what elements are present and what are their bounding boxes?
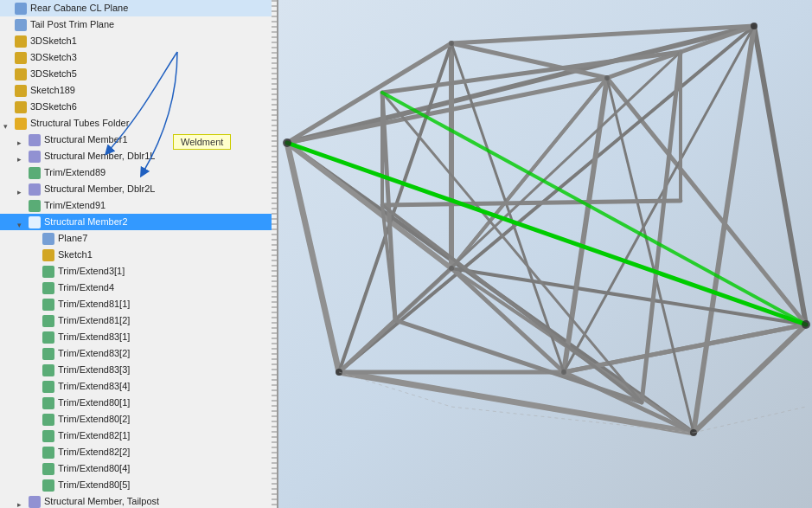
tree-item-trim-extend83-2[interactable]: Trim/Extend83[2] (0, 345, 277, 362)
expand-arrow[interactable] (31, 481, 40, 490)
expand-arrow[interactable] (31, 350, 40, 358)
svg-rect-11 (29, 183, 41, 196)
item-label-trim-extend81-2: Trim/Extend81[2] (58, 313, 130, 328)
expand-arrow[interactable] (31, 366, 40, 375)
tree-item-structural-member-dblr2l[interactable]: ▸Structural Member, Dblr2L (0, 181, 277, 197)
tree-item-trim-extend89[interactable]: Trim/Extend89 (0, 164, 277, 181)
item-icon-sketch189 (14, 84, 28, 98)
tree-item-structural-member-tailpost[interactable]: ▸Structural Member, Tailpost (0, 493, 277, 508)
expand-arrow[interactable] (31, 383, 40, 391)
expand-arrow[interactable]: ▾ (3, 119, 12, 128)
tree-item-structural-member-dblr1l[interactable]: ▸Structural Member, Dblr1L (0, 148, 277, 164)
expand-arrow[interactable] (3, 70, 12, 79)
tree-item-3dsketch3[interactable]: 3DSketch3 (0, 49, 277, 66)
expand-arrow[interactable] (31, 333, 40, 342)
svg-point-83 (449, 266, 454, 271)
tree-item-trim-extend82-1[interactable]: Trim/Extend82[1] (0, 428, 277, 444)
expand-arrow[interactable] (31, 317, 40, 325)
expand-arrow[interactable]: ▸ (17, 498, 26, 506)
tree-item-trim-extend82-2[interactable]: Trim/Extend82[2] (0, 444, 277, 460)
item-icon-plane7 (42, 232, 55, 246)
tree-item-3dsketch6[interactable]: 3DSketch6 (0, 99, 277, 115)
item-label-3dsketch3: 3DSketch3 (30, 50, 77, 65)
item-icon-tail-post (14, 18, 28, 32)
tree-item-trim-extend81-1[interactable]: Trim/Extend81[1] (0, 296, 277, 312)
expand-arrow[interactable] (31, 251, 40, 260)
item-label-3dsketch6: 3DSketch6 (30, 100, 77, 114)
svg-rect-19 (42, 315, 54, 327)
item-label-structural-member-tailpost: Structural Member, Tailpost (44, 494, 159, 508)
tree-item-structural-member2[interactable]: ▾Structural Member2 (0, 214, 277, 230)
3d-viewport[interactable] (278, 0, 812, 508)
tree-item-structural-member1[interactable]: ▸Structural Member1 (0, 132, 277, 148)
expand-arrow[interactable] (31, 448, 40, 457)
item-icon-rear-cabane (14, 2, 28, 16)
item-label-trim-extend3-1: Trim/Extend3[1] (58, 264, 125, 279)
item-icon-3dsketch3 (14, 51, 28, 65)
tree-item-trim-extend80-5[interactable]: Trim/Extend80[5] (0, 477, 277, 493)
expand-arrow[interactable]: ▸ (17, 152, 26, 161)
item-label-rear-cabane: Rear Cabane CL Plane (30, 1, 128, 16)
expand-arrow[interactable]: ▸ (17, 136, 26, 145)
tree-item-trim-extend4[interactable]: Trim/Extend4 (0, 280, 277, 296)
tree-item-trim-extend83-3[interactable]: Trim/Extend83[3] (0, 362, 277, 378)
tree-item-sketch189[interactable]: Sketch189 (0, 82, 277, 99)
item-label-structural-member1: Structural Member1 (44, 132, 128, 147)
expand-arrow[interactable] (17, 202, 26, 210)
tree-item-tail-post[interactable]: Tail Post Trim Plane (0, 16, 277, 33)
svg-rect-8 (29, 134, 41, 146)
expand-arrow[interactable] (3, 4, 12, 13)
item-icon-3dsketch5 (14, 68, 28, 81)
expand-arrow[interactable] (31, 267, 40, 276)
item-icon-trim-extend81-1 (42, 298, 55, 312)
tree-item-plane7[interactable]: Plane7 (0, 230, 277, 247)
tree-item-trim-extend80-2[interactable]: Trim/Extend80[2] (0, 411, 277, 428)
tree-item-trim-extend80-1[interactable]: Trim/Extend80[1] (0, 395, 277, 411)
expand-arrow[interactable] (3, 21, 12, 29)
expand-arrow[interactable] (3, 87, 12, 95)
tree-item-trim-extend83-1[interactable]: Trim/Extend83[1] (0, 329, 277, 345)
item-icon-trim-extend83-1 (42, 331, 55, 344)
tree-item-trim-extend83-4[interactable]: Trim/Extend83[4] (0, 378, 277, 395)
expand-arrow[interactable]: ▸ (17, 185, 26, 194)
tree-item-sketch1[interactable]: Sketch1 (0, 247, 277, 263)
expand-arrow[interactable] (31, 300, 40, 309)
expand-arrow[interactable] (31, 465, 40, 473)
expand-arrow[interactable] (31, 235, 40, 243)
tree-item-trim-extend81-2[interactable]: Trim/Extend81[2] (0, 312, 277, 329)
tree-item-struct-tubes-folder[interactable]: ▾Structural Tubes Folder (0, 115, 277, 132)
item-icon-sketch1 (42, 248, 55, 262)
svg-rect-5 (15, 85, 27, 97)
svg-rect-30 (29, 496, 41, 508)
svg-point-78 (751, 23, 758, 29)
tree-item-3dsketch1[interactable]: 3DSketch1 (0, 33, 277, 49)
item-icon-trim-extend80-1 (42, 396, 55, 410)
item-icon-trim-extend83-3 (42, 363, 55, 377)
tree-item-trim-extend80-4[interactable]: Trim/Extend80[4] (0, 460, 277, 477)
tree-item-3dsketch5[interactable]: 3DSketch5 (0, 66, 277, 82)
expand-arrow[interactable] (3, 103, 12, 112)
svg-rect-6 (15, 101, 27, 113)
viewport-svg (278, 0, 812, 508)
expand-arrow[interactable] (17, 169, 26, 177)
item-label-sketch1: Sketch1 (58, 248, 93, 262)
tree-item-trim-extend3-1[interactable]: Trim/Extend3[1] (0, 263, 277, 280)
item-icon-trim-extend81-2 (42, 314, 55, 328)
expand-arrow[interactable] (31, 399, 40, 408)
svg-rect-29 (42, 479, 54, 492)
feature-tree-panel[interactable]: Rear Cabane CL PlaneTail Post Trim Plane… (0, 0, 278, 508)
tree-item-trim-extend91[interactable]: Trim/Extend91 (0, 197, 277, 214)
panel-resize-handle[interactable] (272, 0, 277, 508)
expand-arrow[interactable]: ▾ (17, 218, 26, 227)
svg-rect-23 (42, 381, 54, 393)
expand-arrow[interactable] (3, 54, 12, 62)
expand-arrow[interactable] (31, 415, 40, 424)
item-label-trim-extend89: Trim/Extend89 (44, 165, 105, 180)
svg-rect-22 (42, 364, 54, 376)
expand-arrow[interactable] (3, 37, 12, 46)
svg-point-84 (561, 370, 566, 375)
tree-item-rear-cabane[interactable]: Rear Cabane CL Plane (0, 0, 277, 16)
item-icon-trim-extend83-2 (42, 347, 55, 361)
expand-arrow[interactable] (31, 432, 40, 440)
expand-arrow[interactable] (31, 284, 40, 293)
